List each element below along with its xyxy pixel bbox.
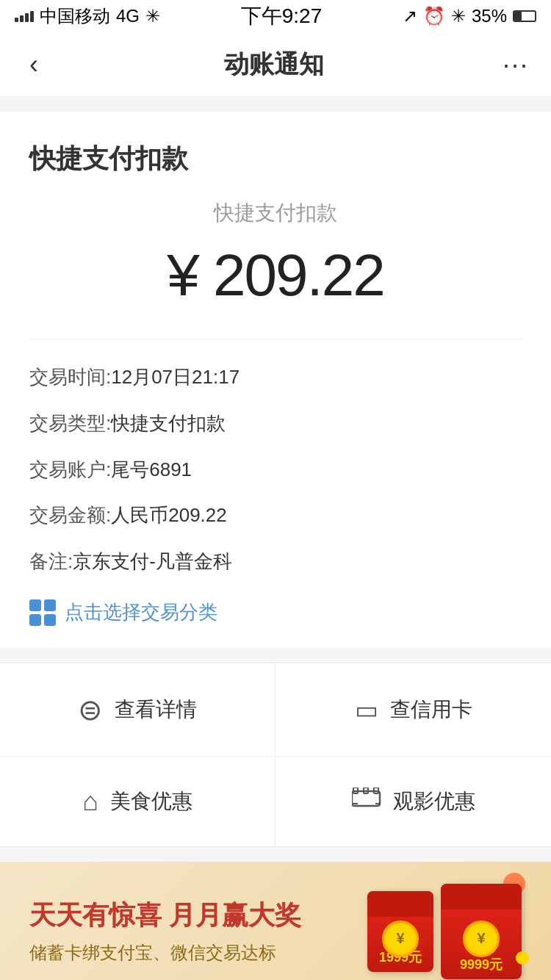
category-selector-label: 点击选择交易分类 — [65, 599, 217, 625]
action-credit-card-label: 查信用卡 — [390, 696, 472, 724]
transaction-card: 快捷支付扣款 快捷支付扣款 ¥ 209.22 交易时间:12月07日21:17 … — [0, 112, 551, 648]
nav-bar: ‹ 动账通知 ··· — [0, 32, 551, 97]
card-subtitle: 快捷支付扣款 — [29, 199, 522, 227]
back-button[interactable]: ‹ — [22, 42, 46, 87]
promo-images: ¥ 1999元 ¥ 9999元 — [367, 884, 522, 979]
status-right: ↗ ⏰ ✳ 35% — [403, 6, 536, 26]
action-credit-card[interactable]: ▭ 查信用卡 — [276, 663, 551, 757]
promo-banner[interactable]: 天天有惊喜 月月赢大奖 储蓄卡绑支付宝、微信交易达标 ¥ 1999元 ¥ 999… — [0, 862, 551, 980]
time-label: 下午9:27 — [241, 2, 323, 30]
detail-account: 交易账户:尾号6891 — [29, 447, 522, 493]
status-bar: 中国移动 4G ✳ 下午9:27 ↗ ⏰ ✳ 35% — [0, 0, 551, 32]
carrier-label: 中国移动 — [40, 4, 110, 28]
bluetooth-icon: ✳ — [451, 6, 466, 26]
promo-text: 天天有惊喜 月月赢大奖 储蓄卡绑支付宝、微信交易达标 — [29, 898, 301, 965]
category-selector[interactable]: 点击选择交易分类 — [29, 599, 522, 626]
action-food-label: 美食优惠 — [110, 788, 192, 815]
status-left: 中国移动 4G ✳ — [15, 4, 160, 28]
battery-label: 35% — [472, 6, 507, 26]
clock-icon: ⏰ — [423, 6, 445, 26]
card-title: 快捷支付扣款 — [29, 141, 522, 177]
card-amount: ¥ 209.22 — [29, 242, 522, 309]
network-label: 4G — [116, 6, 140, 26]
detail-time: 交易时间:12月07日21:17 — [29, 354, 522, 400]
action-detail-label: 查看详情 — [115, 696, 197, 724]
coin-icon: ¥ — [382, 920, 419, 957]
detail-remark: 备注:京东支付-凡普金科 — [29, 538, 522, 585]
red-envelope-large: ¥ 9999元 — [441, 884, 522, 979]
detail-list: 交易时间:12月07日21:17 交易类型:快捷支付扣款 交易账户:尾号6891… — [29, 339, 522, 585]
wifi-icon: ✳ — [145, 6, 160, 26]
more-button[interactable]: ··· — [503, 49, 529, 80]
action-movie[interactable]: 观影优惠 — [276, 757, 551, 847]
signal-icon — [15, 11, 34, 22]
battery-icon — [513, 10, 536, 22]
movie-icon — [352, 788, 381, 815]
page-title: 动账通知 — [224, 48, 324, 82]
detail-icon: ⊜ — [78, 693, 103, 727]
credit-card-icon: ▭ — [355, 695, 378, 724]
envelope-amount-2: 9999元 — [460, 956, 503, 973]
food-icon: ⌂ — [82, 786, 98, 817]
promo-title: 天天有惊喜 月月赢大奖 — [29, 898, 301, 934]
coin-icon-2: ¥ — [463, 920, 500, 957]
location-icon: ↗ — [403, 6, 417, 26]
action-grid: ⊜ 查看详情 ▭ 查信用卡 ⌂ 美食优惠 观影优惠 — [0, 663, 551, 847]
action-movie-label: 观影优惠 — [393, 788, 475, 815]
detail-amount: 交易金额:人民币209.22 — [29, 492, 522, 538]
promo-subtitle: 储蓄卡绑支付宝、微信交易达标 — [29, 941, 301, 965]
action-detail[interactable]: ⊜ 查看详情 — [0, 663, 276, 757]
detail-type: 交易类型:快捷支付扣款 — [29, 400, 522, 447]
action-food[interactable]: ⌂ 美食优惠 — [0, 757, 276, 847]
red-envelope-small: ¥ 1999元 — [367, 891, 433, 972]
category-grid-icon — [29, 599, 56, 626]
dot-decoration — [516, 951, 529, 965]
